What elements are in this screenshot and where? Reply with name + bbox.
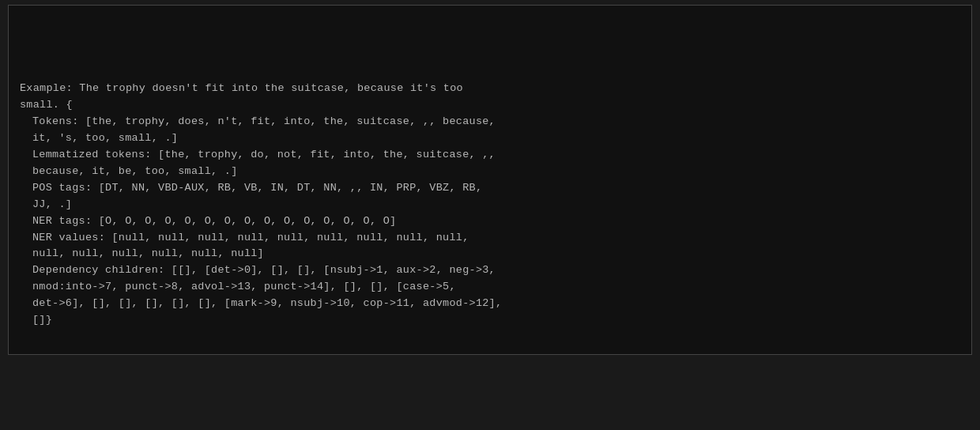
terminal-line: NER values: [null, null, null, null, nul… — [20, 230, 960, 247]
terminal-line: it, 's, too, small, .] — [20, 130, 960, 147]
terminal-line: because, it, be, too, small, .] — [20, 164, 960, 180]
terminal-line: POS tags: [DT, NN, VBD-AUX, RB, VB, IN, … — [20, 180, 960, 197]
terminal-line: JJ, .] — [20, 197, 960, 213]
terminal-line: Tokens: [the, trophy, does, n't, fit, in… — [20, 114, 960, 130]
terminal-line: []} — [20, 312, 960, 329]
terminal-line: null, null, null, null, null, null] — [20, 246, 960, 262]
terminal-line: nmod:into->7, punct->8, advol->13, punct… — [20, 279, 960, 296]
terminal-output: Example: The trophy doesn't fit into the… — [8, 5, 972, 355]
terminal-line: NER tags: [O, O, O, O, O, O, O, O, O, O,… — [20, 213, 960, 230]
terminal-line: Dependency children: [[], [det->0], [], … — [20, 262, 960, 279]
terminal-line: Example: The trophy doesn't fit into the… — [20, 81, 960, 97]
terminal-line: Lemmatized tokens: [the, trophy, do, not… — [20, 147, 960, 164]
terminal-line: small. { — [20, 97, 960, 114]
terminal-line: det->6], [], [], [], [], [], [mark->9, n… — [20, 296, 960, 312]
code-content: Example: The trophy doesn't fit into the… — [20, 47, 960, 329]
